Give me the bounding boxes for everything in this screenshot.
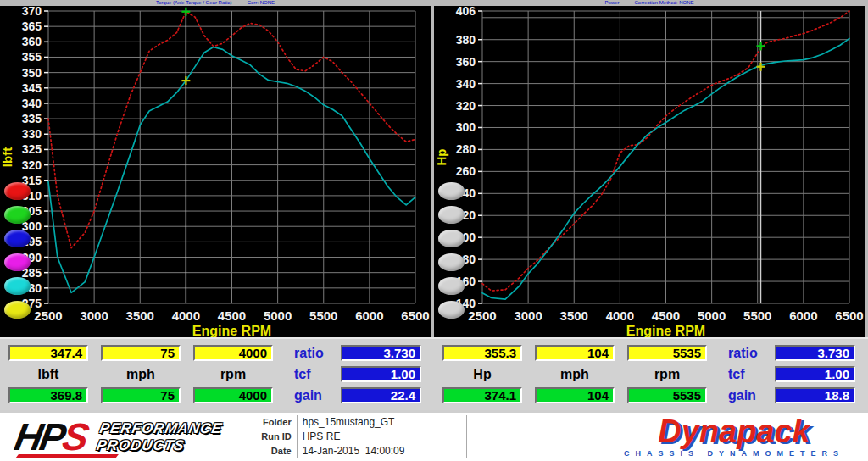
y-tick-label: 300 <box>456 120 476 134</box>
power-readout-panel: 355.3 104 5535 ratio 3.730 Hp mph rpm tc… <box>434 339 868 410</box>
curve-color-button-yellow[interactable] <box>4 301 31 319</box>
power-chart-title: Power <box>604 0 619 6</box>
date-value: 14-Jan-2015 14:00:09 <box>297 444 466 458</box>
hps-performance-text: PERFORMANCE <box>98 420 224 437</box>
y-tick-label: 335 <box>22 112 42 125</box>
torque-peak-value: 369.8 <box>8 387 88 403</box>
y-tick-label: 280 <box>456 142 476 156</box>
x-tick-label: 5000 <box>698 308 726 323</box>
curve-color-button-gray-6[interactable] <box>438 301 465 319</box>
power-chart-header: Power Correction Method: NONE <box>434 0 865 6</box>
ratio-label: ratio <box>720 345 762 361</box>
power-correction-label: Correction Method: NONE <box>634 0 693 6</box>
torque-readout-panel: 347.4 75 4000 ratio 3.730 lbft mph rpm t… <box>0 339 434 410</box>
y-tick-label: 260 <box>456 164 476 178</box>
rpm-unit-label: rpm <box>193 366 273 382</box>
torque-cursor-value: 347.4 <box>8 345 88 361</box>
curve-color-button-gray-1[interactable] <box>438 182 465 200</box>
x-axis-label: Engine RPM <box>626 324 705 337</box>
folder-label: Folder <box>244 415 297 430</box>
folder-value: hps_15mustang_GT <box>297 415 466 430</box>
x-tick-label: 3000 <box>514 308 542 323</box>
y-tick-label: 345 <box>22 81 42 95</box>
torque-unit-label: lbft <box>8 366 88 382</box>
rpm-cursor-value: 4000 <box>193 345 273 361</box>
rpm-cursor-value: 5535 <box>627 345 707 361</box>
x-tick-label: 5500 <box>309 308 337 323</box>
y-tick-label: 350 <box>22 66 42 80</box>
x-tick-label: 2500 <box>468 308 496 323</box>
rpm-peak-value: 4000 <box>193 387 273 403</box>
speed-unit-label: mph <box>535 366 615 382</box>
torque-chart-title: Torque (Axle Torque / Gear Ratio) <box>156 0 232 6</box>
gain-value: 18.8 <box>775 387 855 403</box>
run-info-box: Folder hps_15mustang_GT Run ID HPS RE Da… <box>244 415 467 458</box>
torque-plot[interactable]: 2500300035004000450050005500600065002752… <box>0 0 431 337</box>
hps-logo-hp: HP <box>12 415 68 458</box>
gain-value: 22.4 <box>341 387 421 403</box>
y-tick-label: 340 <box>22 97 42 110</box>
x-tick-label: 3500 <box>126 308 154 323</box>
speed-unit-label: mph <box>101 366 181 382</box>
curve-color-button-red[interactable] <box>4 182 31 200</box>
speed-cursor-value: 104 <box>535 345 615 361</box>
speed-peak-value: 75 <box>101 387 181 403</box>
hps-products-text: PRODUCTS <box>95 437 220 454</box>
hps-logo: HPS PERFORMANCE PRODUCTS <box>15 418 220 456</box>
x-tick-label: 5000 <box>264 308 292 323</box>
torque-chart-header: Torque (Axle Torque / Gear Ratio) Corr: … <box>0 0 431 6</box>
x-tick-label: 6000 <box>789 308 817 323</box>
rpm-unit-label: rpm <box>627 366 707 382</box>
footer-bar: HPS PERFORMANCE PRODUCTS Folder hps_15mu… <box>0 410 868 461</box>
curve-color-button-green[interactable] <box>4 206 31 224</box>
hps-logo-mark: HPS <box>15 418 86 456</box>
power-unit-label: Hp <box>442 366 522 382</box>
x-tick-label: 5500 <box>743 308 771 323</box>
curve-color-button-gray-4[interactable] <box>438 253 465 271</box>
readout-area: 347.4 75 4000 ratio 3.730 lbft mph rpm t… <box>0 337 868 410</box>
dynapack-logo-name: Dynapack <box>624 416 844 447</box>
curve-color-button-gray-2[interactable] <box>438 206 465 224</box>
curve-color-button-cyan[interactable] <box>4 277 31 295</box>
torque-correction-label: Corr: NONE <box>248 0 275 6</box>
x-tick-label: 6500 <box>835 308 863 323</box>
x-tick-label: 4500 <box>218 308 246 323</box>
tcf-label: tcf <box>720 366 762 382</box>
power-cursor-value: 355.3 <box>442 345 522 361</box>
curve-color-button-gray-3[interactable] <box>438 230 465 247</box>
torque-curve-buttons <box>4 182 31 319</box>
dyno-app-window: Torque (Axle Torque / Gear Ratio) Corr: … <box>0 0 868 461</box>
date-label: Date <box>244 444 297 458</box>
y-tick-label: 325 <box>22 142 42 156</box>
y-tick-label: 365 <box>22 19 42 33</box>
power-peak-value: 374.1 <box>442 387 522 403</box>
y-tick-label: 370 <box>22 4 42 18</box>
y-tick-label: 320 <box>456 99 476 113</box>
run-id-label: Run ID <box>244 430 297 444</box>
dynapack-logo-subtitle: CHASSIS DYNAMOMETERS <box>624 449 844 458</box>
curve-color-button-gray-5[interactable] <box>438 277 465 295</box>
x-tick-label: 6500 <box>401 308 429 323</box>
x-axis-label: Engine RPM <box>192 324 271 337</box>
gain-label: gain <box>286 387 328 403</box>
dynapack-logo: Dynapack CHASSIS DYNAMOMETERS <box>624 416 844 457</box>
tcf-value: 1.00 <box>775 366 855 382</box>
rpm-peak-value: 5535 <box>627 387 707 403</box>
y-tick-label: 360 <box>22 35 42 48</box>
ratio-value: 3.730 <box>775 345 855 361</box>
curve-color-button-blue[interactable] <box>4 230 31 247</box>
y-tick-label: 355 <box>22 50 42 64</box>
power-curve-buttons <box>438 182 465 319</box>
speed-peak-value: 104 <box>535 387 615 403</box>
charts-area: Torque (Axle Torque / Gear Ratio) Corr: … <box>0 0 868 337</box>
x-tick-label: 4500 <box>652 308 680 323</box>
power-plot[interactable]: 2500300035004000450050005500600065001401… <box>434 0 865 337</box>
x-tick-label: 4000 <box>172 308 200 323</box>
ratio-label: ratio <box>286 345 328 361</box>
x-tick-label: 2500 <box>34 308 62 323</box>
x-tick-label: 6000 <box>355 308 383 323</box>
y-tick-label: 330 <box>22 127 42 141</box>
gain-label: gain <box>720 387 762 403</box>
y-tick-label: 406 <box>456 4 476 18</box>
curve-color-button-magenta[interactable] <box>4 253 31 271</box>
